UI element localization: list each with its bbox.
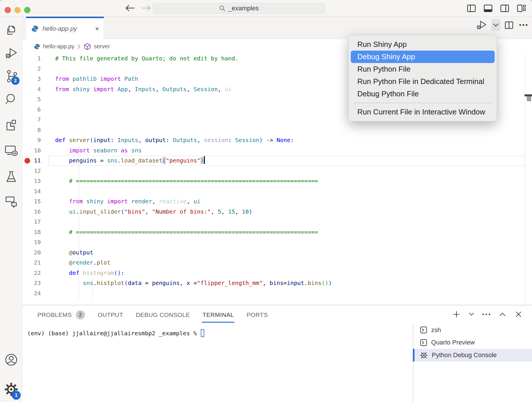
terminal-list-label: zsh [431,326,441,334]
terminal-cursor [201,329,204,337]
settings-button[interactable]: 1 [0,378,22,400]
scrollbar-handle[interactable] [527,96,531,101]
forward-icon[interactable] [141,2,152,14]
command-center-search[interactable]: _examples [153,3,325,14]
code-line[interactable] [55,125,532,135]
menu-item-run-python-file[interactable]: Run Python File [351,63,495,75]
customize-layout-icon[interactable] [516,3,527,14]
code-line[interactable]: from shiny import render, reactive, ui [55,196,532,207]
new-terminal-icon[interactable] [452,309,461,319]
close-panel-icon[interactable] [514,309,523,319]
menu-item-debug-shiny-app[interactable]: Debug Shiny App [351,51,495,63]
line-number[interactable]: 1 [22,53,48,64]
line-number[interactable]: 17 [22,217,48,227]
code-line[interactable]: ui.input_slider("bins", "Number of bins:… [55,207,532,217]
menu-item-run-shiny-app[interactable]: Run Shiny App [351,38,495,51]
line-number[interactable]: 12 [22,166,48,176]
line-number[interactable]: 6 [22,105,48,115]
run-debug-icon [4,47,18,60]
code-line[interactable] [55,166,532,176]
account-button[interactable] [0,349,22,371]
more-actions-button[interactable] [518,19,529,31]
code-line[interactable]: def histogram(): [55,268,532,278]
terminal-profile-chevron-icon[interactable] [468,309,475,319]
panel-tab-problems[interactable]: PROBLEMS2 [37,305,85,324]
code-line[interactable]: import seaborn as sns [55,146,532,156]
sidebar-item-comments[interactable] [0,191,22,213]
toggle-primary-sidebar-icon[interactable] [466,3,477,14]
tab-filename: hello-app.py [43,25,91,32]
terminal-list-item-python-debug-console[interactable]: Python Debug Console [413,349,532,361]
run-options-dropdown-button[interactable] [491,19,500,31]
line-number[interactable]: 9 [22,135,48,146]
panel-tab-debug-console[interactable]: DEBUG CONSOLE [136,305,190,324]
split-editor-button[interactable] [503,19,515,31]
back-icon[interactable] [124,2,136,14]
terminal-list-item-quarto-preview[interactable]: Quarto Preview [413,336,532,349]
line-number[interactable]: 23 [22,278,48,288]
line-number[interactable]: 24 [22,288,48,299]
line-number[interactable]: 22 [22,268,48,278]
sidebar-item-remote-explorer[interactable] [0,140,22,162]
terminal-list-item-zsh[interactable]: zsh [413,324,532,336]
line-number[interactable]: 20 [22,248,48,258]
line-number[interactable]: 13 [22,176,48,186]
code-line[interactable] [55,217,532,227]
maximize-panel-icon[interactable] [498,309,507,319]
breadcrumb-file[interactable]: hello-app.py [43,43,74,50]
close-window-button[interactable] [5,7,11,13]
line-number[interactable]: 5 [22,94,48,105]
code-line[interactable]: @output [55,248,532,258]
code-line[interactable] [55,288,532,299]
line-number[interactable]: 18 [22,227,48,238]
line-number[interactable]: 21 [22,258,48,268]
menu-item-run-current-file-in-interactive-window[interactable]: Run Current File in Interactive Window [351,106,495,118]
toggle-secondary-sidebar-icon[interactable] [499,3,510,14]
code-line[interactable]: # ======================================… [55,227,532,238]
line-number[interactable]: 7 [22,115,48,125]
zoom-window-button[interactable] [24,7,30,13]
panel-tab-output[interactable]: OUTPUT [98,305,123,324]
editor-gutter[interactable]: 123456789101112131415161718192021222324 [22,53,48,298]
tab-hello-app-py[interactable]: hello-app.py × [26,17,104,39]
terminal-prompt-line[interactable]: (env) (base) jjallaire@jjallairesmbp2 _e… [27,329,204,337]
panel-tab-terminal[interactable]: TERMINAL [203,305,234,324]
line-number[interactable]: 2 [22,64,48,74]
line-number[interactable]: 4 [22,84,48,95]
code-line[interactable] [55,237,532,248]
sidebar-item-source-control[interactable]: 2 [0,65,22,87]
breakpoint-dot[interactable] [24,158,30,164]
sidebar-item-run-debug[interactable] [0,42,22,64]
comments-icon [4,195,18,208]
panel-tab-label: TERMINAL [203,311,234,318]
menu-item-debug-python-file[interactable]: Debug Python File [351,88,495,100]
code-line[interactable]: def server(input: Inputs, output: Output… [55,135,532,146]
code-line[interactable]: # ======================================… [55,176,532,186]
sidebar-item-search[interactable] [0,88,22,110]
line-number[interactable]: 11 [22,156,48,166]
code-line[interactable] [55,186,532,197]
sidebar-item-explorer[interactable] [0,19,22,41]
sidebar-item-testing[interactable] [0,166,22,188]
run-python-file-button[interactable] [475,19,488,31]
breadcrumb-symbol[interactable]: server [94,43,110,50]
minimize-window-button[interactable] [14,7,21,13]
panel-tab-ports[interactable]: PORTS [246,305,268,324]
editor-toolbar [475,19,529,31]
tab-close-icon[interactable]: × [95,25,99,33]
panel-more-actions-icon[interactable] [481,309,491,319]
line-number[interactable]: 3 [22,74,48,84]
menu-item-run-python-file-in-dedicated-terminal[interactable]: Run Python File in Dedicated Terminal [351,75,495,88]
line-number[interactable]: 15 [22,196,48,207]
line-number[interactable]: 16 [22,207,48,217]
code-line[interactable]: penguins = sns.load_dataset("penguins") [55,156,532,166]
line-number[interactable]: 10 [22,146,48,156]
code-line[interactable]: @render.plot [55,258,532,268]
terminal-instance-list: zshQuarto PreviewPython Debug Console [413,324,532,361]
line-number[interactable]: 19 [22,237,48,248]
sidebar-item-extensions[interactable] [0,114,22,136]
toggle-panel-icon[interactable] [483,3,494,14]
code-line[interactable]: sns.histplot(data = penguins, x ="flippe… [55,278,532,288]
line-number[interactable]: 14 [22,186,48,197]
line-number[interactable]: 8 [22,125,48,135]
